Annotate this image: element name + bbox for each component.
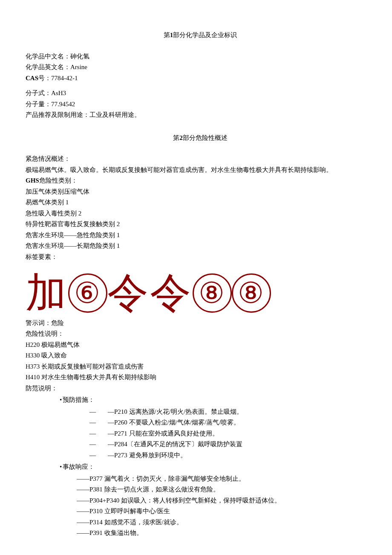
- cas-row: CAS号：7784-42-1: [26, 73, 375, 84]
- response-block: 事故响应： ——P377 漏气着火：切勿灭火，除非漏气能够安全地制止。 ——P3…: [60, 462, 375, 539]
- name-cn-row: 化学品中文名：砷化氢: [26, 51, 375, 62]
- cas-sep: 号：: [38, 75, 51, 81]
- s1-prefix: 第: [164, 32, 170, 38]
- ghs-label-cn: 危险性类别：: [39, 177, 78, 184]
- ghs-cat-2: 急性吸入毒性类别 2: [26, 208, 375, 219]
- formula-row: 分子式：AsH3: [26, 88, 375, 99]
- name-cn-value: 砷化氢: [70, 53, 89, 60]
- response-2: ——P304+P340 如误吸入：将人转移到空气新鲜处，保持呼吸舒适体位。: [77, 495, 375, 506]
- hazard-1: H330 吸入致命: [26, 350, 375, 361]
- prevention-1: ——P260 不要吸入粉尘/烟/气体/烟雾/蒸气/喷雾。: [89, 417, 375, 428]
- pictogram-4: ⑧: [193, 273, 232, 313]
- prevention-3-text: —P284〔在通风不足的情况下〕戴呼吸防护装置: [108, 441, 242, 447]
- ghs-cat-0: 加压气体类别压缩气体: [26, 186, 375, 198]
- prevention-4-text: —P273 避免释放到环境中。: [108, 452, 187, 459]
- precaution-label: 防范说明：: [26, 383, 375, 394]
- signal-value: 危险: [51, 320, 64, 326]
- hazard-label: 危险性说明：: [26, 328, 375, 340]
- response-5: ——P391 收集溢出物。: [77, 528, 375, 539]
- signal-label: 警示词：: [26, 320, 51, 326]
- section-1-title: 第1部分化学品及企业标识: [26, 30, 375, 41]
- weight-label: 分子量：: [26, 101, 51, 108]
- weight-row: 分子量：77.94542: [26, 99, 375, 110]
- cas-value: 7784-42-1: [51, 75, 78, 81]
- name-cn-label: 化学品中文名：: [26, 53, 70, 60]
- emergency-label: 紧急情况概述：: [26, 154, 375, 165]
- signal-row: 警示词：危险: [26, 318, 375, 329]
- pictogram-3: 令: [150, 273, 193, 314]
- prevention-2-text: —P271 只能在室外或通风良好处使用。: [108, 430, 219, 437]
- hazard-2: H373 长期或反复接触可能对器官造成伤害: [26, 361, 375, 372]
- ghs-cat-1: 易燃气体类别 1: [26, 197, 375, 208]
- ghs-label-row: GHS危险性类别：: [26, 175, 375, 186]
- pictogram-1: ⑥: [68, 273, 107, 313]
- use-value: 工业及科研用途。: [89, 111, 141, 118]
- response-label-text: 事故响应：: [63, 463, 95, 470]
- name-en-row: 化学品英文名：Arsine: [26, 62, 375, 73]
- ghs-label: GHS: [26, 177, 39, 184]
- prevention-label: 预防措施：: [60, 395, 375, 406]
- ghs-cat-4: 危害水生环境——急性危险类别 1: [26, 230, 375, 241]
- pictogram-5: ⑧: [232, 273, 271, 313]
- prevention-2: ——P271 只能在室外或通风良好处使用。: [89, 428, 375, 439]
- prevention-block: 预防措施： ——P210 远离热源/火花/明火/热表面。禁止吸烟。 ——P260…: [60, 395, 375, 461]
- response-1: ——P381 除去一切点火源，如果这么做没有危险。: [77, 484, 375, 495]
- hazard-0: H220 极端易燃气体: [26, 340, 375, 351]
- emergency-text: 极端易燃气体。吸入致命。长期或反复接触可能对器官造成伤害。对水生生物毒性极大并具…: [26, 165, 375, 176]
- prevention-0-text: —P210 远离热源/火花/明火/热表面。禁止吸烟。: [108, 408, 243, 415]
- prevention-0: ——P210 远离热源/火花/明火/热表面。禁止吸烟。: [89, 407, 375, 418]
- s2-num: 2: [179, 134, 183, 141]
- hazard-3: H410 对水生生物毒性极大并具有长期持续影响: [26, 372, 375, 383]
- name-en-label: 化学品英文名：: [26, 64, 70, 70]
- prevention-4: ——P273 避免释放到环境中。: [89, 450, 375, 461]
- formula-value: AsH3: [51, 90, 66, 96]
- ghs-pictograms: 加⑥令令⑧⑧: [26, 268, 375, 314]
- response-0: ——P377 漏气着火：切勿灭火，除非漏气能够安全地制止。: [77, 474, 375, 485]
- pictogram-2: 令: [107, 273, 150, 314]
- prevention-label-text: 预防措施：: [63, 396, 95, 403]
- name-en-value: Arsine: [70, 64, 87, 70]
- response-4: ——P314 如感觉不适，须求医/就诊。: [77, 517, 375, 528]
- prevention-3: ——P284〔在通风不足的情况下〕戴呼吸防护装置: [89, 439, 375, 450]
- formula-label: 分子式：: [26, 90, 51, 96]
- ghs-cat-3: 特异性靶器官毒性反复接触类别 2: [26, 219, 375, 230]
- response-3: ——P310 立即呼叫解毒中心/医生: [77, 506, 375, 517]
- prevention-1-text: —P260 不要吸入粉尘/烟/气体/烟雾/蒸气/喷雾。: [108, 419, 240, 426]
- response-label: 事故响应：: [60, 462, 375, 473]
- ghs-cat-5: 危害水生环境——长期危险类别 1: [26, 241, 375, 252]
- label-elements: 标签要素：: [26, 252, 375, 263]
- use-label: 产品推荐及限制用途：: [26, 111, 89, 118]
- s2-suffix: 部分危险性概述: [183, 134, 228, 141]
- pictogram-0: 加: [26, 273, 68, 314]
- weight-value: 77.94542: [51, 101, 75, 108]
- use-row: 产品推荐及限制用途：工业及科研用途。: [26, 110, 375, 121]
- s2-prefix: 第: [173, 134, 179, 141]
- s1-suffix: 部分化学品及企业标识: [173, 32, 237, 38]
- cas-label: CAS: [26, 75, 38, 81]
- section-2-title: 第2部分危险性概述: [26, 133, 375, 144]
